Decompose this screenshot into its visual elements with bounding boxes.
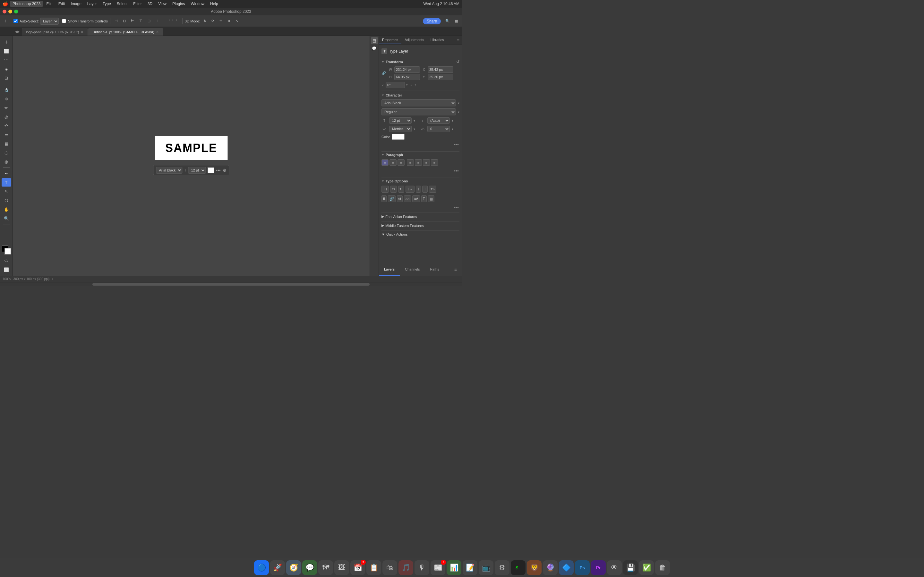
justify-center-btn[interactable]: ≡ xyxy=(415,159,422,166)
justify-right-btn[interactable]: ≡ xyxy=(423,159,430,166)
move-tool[interactable]: ✛ xyxy=(2,38,11,46)
3d-roll-btn[interactable]: ⟳ xyxy=(210,17,216,25)
dodge-tool[interactable]: ◍ xyxy=(2,157,11,166)
3d-scale-btn[interactable]: ⤡ xyxy=(234,17,240,25)
type-opt-link[interactable]: 🔗 xyxy=(388,195,396,202)
distribute-btn[interactable]: ⋮⋮⋮ xyxy=(166,17,180,25)
tab-untitled-1[interactable]: Untitled-1 @ 100% (SAMPLE, RGB/8#) ✕ xyxy=(88,28,163,35)
para-more-btn[interactable]: ••• xyxy=(453,168,459,174)
y-input[interactable] xyxy=(428,74,453,80)
menu-photoshop[interactable]: Photoshop 2023 xyxy=(10,1,43,7)
object-select-tool[interactable]: ◈ xyxy=(2,65,11,73)
menu-plugins[interactable]: Plugins xyxy=(170,1,187,7)
history-brush-tool[interactable]: ↶ xyxy=(2,121,11,130)
transform-reset-btn[interactable]: ↺ xyxy=(456,60,459,64)
font-size-select[interactable]: 12 pt xyxy=(389,117,412,124)
height-input[interactable] xyxy=(394,74,420,80)
menu-3d[interactable]: 3D xyxy=(145,1,155,7)
flip-h-btn[interactable]: ↔ xyxy=(409,83,413,87)
justify-left-btn[interactable]: ≡ xyxy=(407,159,414,166)
brush-tool[interactable]: ✏ xyxy=(2,103,11,112)
canvas-area[interactable]: SAMPLE Arial Black T 12 pt ••• ⚙ xyxy=(13,36,370,276)
lasso-tool[interactable]: 〰 xyxy=(2,56,11,64)
align-left-btn[interactable]: ⊣ xyxy=(113,17,120,25)
marquee-tool[interactable]: ⬜ xyxy=(2,47,11,55)
3d-slide-btn[interactable]: ⇔ xyxy=(226,17,232,25)
layer-select[interactable]: Layer xyxy=(40,18,59,25)
show-transform-checkbox[interactable] xyxy=(62,19,66,23)
align-top-btn[interactable]: ⊤ xyxy=(137,17,144,25)
leading-select[interactable]: (Auto) xyxy=(427,117,450,124)
3d-pan-btn[interactable]: ✛ xyxy=(218,17,224,25)
type-opt-sub[interactable]: T↑ xyxy=(398,185,404,193)
paragraph-section-header[interactable]: ▼ Paragraph xyxy=(381,151,459,158)
sample-text-box[interactable]: SAMPLE xyxy=(155,136,228,160)
menu-image[interactable]: Image xyxy=(68,1,84,7)
flip-v-btn[interactable]: ↕ xyxy=(414,83,416,87)
quick-mask-btn[interactable]: ⬭ xyxy=(2,256,11,265)
align-right-btn[interactable]: ⊢ xyxy=(129,17,136,25)
type-opts-more-btn[interactable]: ••• xyxy=(453,204,459,211)
menu-file[interactable]: File xyxy=(44,1,55,7)
props-panel-more-btn[interactable]: ≡ xyxy=(454,36,462,44)
align-center-h-btn[interactable]: ⊟ xyxy=(121,17,128,25)
tab-adjustments[interactable]: Adjustments xyxy=(401,36,427,44)
font-family-select[interactable]: Arial Black xyxy=(381,99,456,106)
font-select-floating[interactable]: Arial Black xyxy=(156,167,182,174)
expand-arrow[interactable]: › xyxy=(52,277,53,281)
close-button[interactable] xyxy=(3,10,6,13)
tab-logo-panel[interactable]: logo-panel.psd @ 100% (RGB/8*) ✕ xyxy=(22,28,87,35)
justify-all-btn[interactable]: ≡ xyxy=(431,159,438,166)
tab-properties[interactable]: Properties xyxy=(379,36,401,44)
hand-tool[interactable]: ✋ xyxy=(2,205,11,213)
menu-view[interactable]: View xyxy=(156,1,169,7)
layers-tab[interactable]: Layers xyxy=(379,263,400,276)
type-opt-box[interactable]: ▦ xyxy=(428,195,435,202)
type-opt-under[interactable]: T xyxy=(422,185,428,193)
type-opt-aa[interactable]: aa xyxy=(404,195,411,202)
menu-select[interactable]: Select xyxy=(114,1,130,7)
menu-edit[interactable]: Edit xyxy=(56,1,68,7)
align-left-btn[interactable]: ≡ xyxy=(381,159,389,166)
align-bottom-btn[interactable]: ⊥ xyxy=(153,17,161,25)
font-style-select[interactable]: Regular xyxy=(381,108,456,115)
eyedropper-tool[interactable]: 🔬 xyxy=(2,85,11,94)
type-opt-fraction[interactable]: T½ xyxy=(429,185,436,193)
minimize-button[interactable] xyxy=(8,10,12,13)
comments-panel-btn[interactable]: 💬 xyxy=(371,45,378,52)
type-opt-sup[interactable]: TT xyxy=(390,185,397,193)
healing-tool[interactable]: ⊕ xyxy=(2,95,11,103)
blur-tool[interactable]: ◌ xyxy=(2,148,11,157)
clone-tool[interactable]: ◎ xyxy=(2,113,11,121)
type-opt-fi[interactable]: fi xyxy=(381,195,387,202)
text-color[interactable] xyxy=(392,134,405,140)
angle-input[interactable] xyxy=(386,82,405,88)
apple-menu[interactable]: 🍎 xyxy=(3,1,8,6)
align-right-btn[interactable]: ≡ xyxy=(397,159,405,166)
menu-type[interactable]: Type xyxy=(100,1,113,7)
align-center-v-btn[interactable]: ⊞ xyxy=(145,17,152,25)
type-opt-tt[interactable]: TT xyxy=(381,185,389,193)
quick-actions-section[interactable]: ▼ Quick Actions xyxy=(381,230,459,238)
shape-tool[interactable]: ⬡ xyxy=(2,196,11,205)
gradient-tool[interactable]: ▦ xyxy=(2,139,11,148)
type-opt-caps[interactable]: T→ xyxy=(405,185,415,193)
pen-tool[interactable]: ✒ xyxy=(2,169,11,177)
width-input[interactable] xyxy=(394,66,420,73)
type-tool[interactable]: T xyxy=(2,178,11,187)
channels-tab[interactable]: Channels xyxy=(400,263,425,276)
zoom-tool[interactable]: 🔍 xyxy=(2,214,11,222)
type-opt-st[interactable]: st xyxy=(397,195,403,202)
screen-mode-btn[interactable]: ⬜ xyxy=(2,266,11,274)
font-size-select-floating[interactable]: 12 pt xyxy=(188,167,206,174)
tab-libraries[interactable]: Libraries xyxy=(427,36,447,44)
crop-tool[interactable]: ⊡ xyxy=(2,74,11,82)
path-select-tool[interactable]: ↖ xyxy=(2,187,11,195)
tabs-collapse-btn[interactable]: ◀▶ xyxy=(13,27,22,35)
east-asian-section[interactable]: ▶ East Asian Features xyxy=(381,213,459,220)
tab-close-1[interactable]: ✕ xyxy=(81,31,83,34)
hscroll[interactable] xyxy=(0,282,462,286)
menu-help[interactable]: Help xyxy=(208,1,221,7)
angle-dropdown[interactable]: ▾ xyxy=(406,83,408,87)
type-opt-small-caps[interactable]: T xyxy=(416,185,421,193)
